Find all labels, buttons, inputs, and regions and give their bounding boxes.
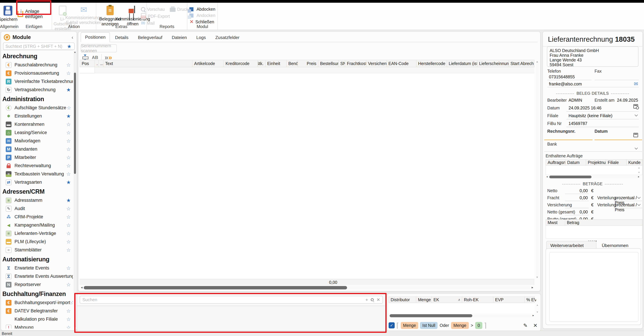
column-header-text[interactable]: Text bbox=[103, 60, 192, 67]
sidebar-collapse-icon[interactable]: ‹ bbox=[70, 34, 74, 40]
column-header-start-abrechnung[interactable]: Start Abrechnung bbox=[508, 60, 534, 67]
column-header-distributor[interactable]: Distributor bbox=[388, 297, 416, 302]
datum-value[interactable]: 24.09.2025 16:46 bbox=[568, 106, 602, 110]
sidebar-item-lieferanten-verträge[interactable]: ≡Lieferanten-Verträge☆ bbox=[1, 229, 73, 238]
orders-table-body[interactable] bbox=[546, 166, 642, 175]
distributor-hscrollbar[interactable]: ► bbox=[388, 314, 535, 318]
column-header-ean-code[interactable]: EAN-Code bbox=[386, 60, 416, 67]
sidebar-item-mandanten[interactable]: MMandanten☆ bbox=[1, 145, 73, 153]
column-header-kunde[interactable]: Kunde bbox=[626, 160, 642, 165]
column-header-lieferscheinnummer[interactable]: Lieferscheinnummer bbox=[477, 60, 508, 67]
column-header-evp[interactable]: EVP bbox=[493, 297, 524, 302]
tab-zusatzfelder[interactable]: Zusatzfelder bbox=[211, 32, 244, 42]
rechnung-datum-input[interactable] bbox=[594, 140, 642, 140]
positions-hscroll-thumb[interactable] bbox=[84, 286, 347, 290]
sidebar-item-plm-lifecycle-[interactable]: ▬PLM (Lifecycle)☆ bbox=[1, 238, 73, 246]
filter-chip-ist-null[interactable]: Ist Null bbox=[420, 322, 438, 329]
column-header-filiale[interactable]: Filiale bbox=[606, 160, 626, 165]
plus-icon[interactable]: + bbox=[366, 298, 368, 302]
spellcheck-icon[interactable]: AB bbox=[92, 55, 98, 60]
filiale-value[interactable]: Hauptsitz (keine Filiale) bbox=[568, 113, 612, 118]
sidebar-item-aufschläge-stundensätze[interactable]: €Aufschläge Stundensätze☆ bbox=[1, 104, 73, 112]
fibu-value[interactable]: 14569787 bbox=[568, 121, 587, 126]
sidebar-item-vereinfachte-ticketabrechnung[interactable]: RVereinfachte Ticketabrechnung☆ bbox=[1, 77, 73, 86]
column-header-sn[interactable]: SN bbox=[338, 60, 345, 67]
favorite-star-icon[interactable]: ☆ bbox=[66, 324, 72, 328]
calendar-clock-icon[interactable] bbox=[633, 104, 638, 108]
filter-chip-menge[interactable]: Menge bbox=[451, 322, 468, 329]
favorite-star-icon[interactable]: ☆ bbox=[66, 265, 72, 271]
favorite-star-icon[interactable]: ☆ bbox=[66, 105, 72, 111]
sidebar-item-mahnung[interactable]: !Mahnung☆ bbox=[1, 323, 73, 328]
row-height-icon[interactable] bbox=[82, 54, 89, 60]
sidebar-item-datev-belegtransfer[interactable]: €DATEV Belegtransfer☆ bbox=[1, 307, 73, 315]
scroll-up-icon[interactable]: ▲ bbox=[535, 60, 539, 63]
tab-positionen[interactable]: Positionen bbox=[81, 32, 110, 42]
calendar-icon[interactable] bbox=[633, 133, 638, 137]
column-header-datum[interactable]: Datum bbox=[565, 160, 586, 165]
weiterverarbeitet-inner-box[interactable] bbox=[549, 252, 638, 322]
column-header-artikelcode[interactable]: Artikelcode bbox=[192, 60, 224, 67]
favorite-star-icon[interactable]: ☆ bbox=[66, 122, 72, 127]
close-filter-icon[interactable]: ✕ bbox=[533, 322, 538, 328]
chevron-down-icon[interactable] bbox=[634, 146, 638, 150]
column-header-einheit[interactable]: Einheit bbox=[265, 60, 286, 67]
favorite-star-icon[interactable]: ☆ bbox=[66, 171, 72, 177]
column-header-mwst[interactable]: Mwst bbox=[546, 220, 565, 226]
column-header-versicheru-[interactable]: Versicheru... bbox=[366, 60, 386, 67]
sidebar-item-reportserver[interactable]: NReportserver☆ bbox=[1, 280, 73, 289]
envelope-icon[interactable]: ✉ bbox=[634, 81, 638, 87]
distributor-table-body[interactable] bbox=[388, 303, 535, 313]
tab-details[interactable]: Details bbox=[110, 32, 133, 42]
sidebar-item-kontenrahmen[interactable]: ▬Kontenrahmen☆ bbox=[1, 120, 73, 128]
email-value[interactable]: franke@also.com bbox=[549, 82, 582, 86]
sidebar-item-pauschalabrechnung[interactable]: €Pauschalabrechnung☆ bbox=[1, 61, 73, 69]
column-header-ek[interactable]: EK∧ bbox=[432, 297, 462, 302]
sidebar-item-rechteverwaltung[interactable]: Rechteverwaltung☆ bbox=[1, 162, 73, 170]
favorite-star-icon[interactable]: ☆ bbox=[66, 130, 72, 136]
distributor-hscroll-thumb[interactable] bbox=[390, 314, 472, 317]
phone-value[interactable]: 07315648855 bbox=[549, 74, 575, 79]
favorite-star-icon[interactable]: ☆ bbox=[66, 247, 72, 253]
scroll-down-icon[interactable]: ▼ bbox=[74, 325, 76, 328]
sidebar-item-mitarbeiter[interactable]: PMitarbeiter☆ bbox=[1, 153, 73, 162]
favorite-star-icon[interactable]: ☆ bbox=[70, 300, 73, 306]
favorite-star-icon[interactable]: ★ bbox=[66, 179, 72, 185]
amount-value[interactable]: 0,00 bbox=[565, 195, 588, 200]
favorite-star-icon[interactable]: ☆ bbox=[66, 138, 72, 144]
orders-hscroll-thumb[interactable] bbox=[549, 176, 592, 178]
sidebar-item-kalkulation-pro-filiale[interactable]: Kalkulation pro Filiale☆ bbox=[1, 315, 73, 323]
favorite-star-icon[interactable]: ☆ bbox=[66, 308, 72, 314]
favorite-star-icon[interactable]: ★ bbox=[66, 87, 72, 93]
favorite-star-icon[interactable]: ☆ bbox=[66, 70, 72, 76]
column-header-benö-[interactable]: Benö... bbox=[286, 60, 298, 67]
module-search-input[interactable] bbox=[6, 44, 66, 49]
sidebar-item-erwartete-events-auswertung[interactable]: ⋈Erwartete Events Auswertung☆ bbox=[1, 272, 73, 280]
favorite-filter-icon[interactable]: ★ bbox=[66, 44, 72, 49]
scroll-down-icon[interactable]: ▼ bbox=[536, 311, 538, 313]
undock-button[interactable]: Abdocken bbox=[190, 7, 215, 12]
column-header-betrag[interactable]: Betrag bbox=[565, 220, 641, 226]
column-header-kreditorcode[interactable]: Kreditorcode bbox=[224, 60, 258, 67]
scroll-down-icon[interactable]: ▼ bbox=[535, 276, 539, 278]
favorite-star-icon[interactable]: ☆ bbox=[66, 230, 72, 236]
forward-arrows-icon[interactable]: »» bbox=[105, 55, 112, 60]
column-header-menge[interactable]: Menge bbox=[416, 297, 432, 302]
close-module-button[interactable]: ✕ Schließen bbox=[190, 19, 215, 24]
scroll-right-icon[interactable]: ► bbox=[531, 286, 534, 289]
column-header-auftragsnu-[interactable]: Auftragsnu... bbox=[546, 160, 565, 165]
rechnungsnr-input[interactable] bbox=[544, 140, 592, 140]
sidebar-item-vertragsarten[interactable]: ⇄Vertragsarten★ bbox=[1, 178, 73, 186]
scroll-right-icon[interactable]: ► bbox=[638, 176, 640, 178]
column-header-projektnu-[interactable]: Projektnu... bbox=[586, 160, 606, 165]
column-header-preis[interactable]: Preis bbox=[298, 60, 318, 67]
sidebar-item-crm-projekte[interactable]: ⁂CRM-Projekte☆ bbox=[1, 213, 73, 221]
filter-chip-0[interactable]: 0 bbox=[475, 322, 482, 329]
insert-attachment-button[interactable]: Anlage einfügen bbox=[18, 9, 50, 19]
clear-icon[interactable]: ✕ bbox=[376, 298, 380, 302]
positions-hscrollbar[interactable]: ◄ ► bbox=[80, 286, 534, 290]
filter-enabled-checkbox[interactable]: ✓ bbox=[388, 322, 395, 328]
tab-dateien[interactable]: Dateien bbox=[167, 32, 191, 42]
amount-value[interactable]: 0,00 bbox=[565, 188, 588, 193]
sidebar-item-leasing-service[interactable]: ⌂Leasing/Service☆ bbox=[1, 128, 73, 137]
